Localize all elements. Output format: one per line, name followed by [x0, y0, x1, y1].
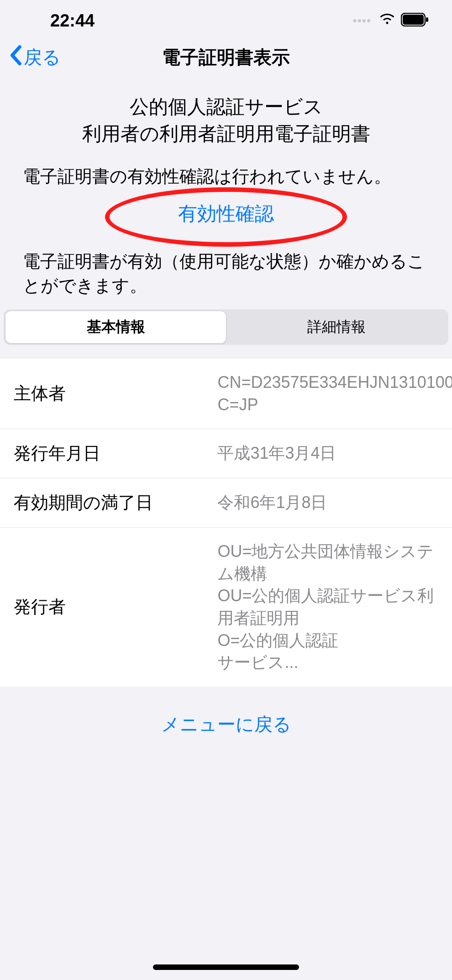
- table-row: 有効期間の満了日 令和6年1月8日: [0, 478, 452, 528]
- status-bar: 22:44 ••••: [0, 0, 452, 37]
- table-row: 発行者 OU=地方公共団体情報システム機構 OU=公的個人認証サービス利用者証明…: [0, 528, 452, 687]
- return-to-menu-link[interactable]: メニューに戻る: [0, 687, 452, 762]
- page-title: 電子証明書表示: [162, 45, 290, 70]
- battery-icon: [401, 13, 429, 28]
- back-label: 戻る: [24, 45, 61, 70]
- issued-date-value: 平成31年3月4日: [217, 442, 438, 465]
- issuer-value: OU=地方公共団体情報システム機構 OU=公的個人認証サービス利用者証明用 O=…: [217, 540, 438, 674]
- chevron-left-icon: [9, 45, 22, 69]
- certificate-table: 主体者 CN=D23575E334EHJN13101002B C=JP 発行年月…: [0, 359, 452, 687]
- issued-date-label: 発行年月日: [14, 442, 217, 465]
- verify-validity-link[interactable]: 有効性確認: [178, 203, 274, 224]
- expiry-date-value: 令和6年1月8日: [217, 492, 438, 514]
- service-header: 公的個人認証サービス 利用者の利用者証明用電子証明書: [0, 82, 452, 148]
- svg-rect-1: [403, 15, 424, 25]
- subject-value: CN=D23575E334EHJN13101002B C=JP: [217, 371, 452, 416]
- verify-description: 電子証明書が有効（使用可能な状態）か確かめることができます。: [0, 236, 452, 309]
- segmented-control: 基本情報 詳細情報: [4, 309, 448, 345]
- tab-detail-info[interactable]: 詳細情報: [226, 311, 447, 343]
- tab-basic-info[interactable]: 基本情報: [5, 311, 226, 343]
- validity-status-text: 電子証明書の有効性確認は行われていません。: [0, 148, 452, 190]
- tab-detail-label: 詳細情報: [307, 317, 366, 337]
- service-name-line1: 公的個人認証サービス: [18, 94, 434, 121]
- signal-dots-icon: ••••: [353, 14, 371, 28]
- home-indicator[interactable]: [153, 964, 299, 970]
- status-time: 22:44: [50, 11, 95, 31]
- table-row: 発行年月日 平成31年3月4日: [0, 429, 452, 478]
- subject-label: 主体者: [14, 382, 217, 405]
- status-right: ••••: [353, 11, 429, 30]
- table-row: 主体者 CN=D23575E334EHJN13101002B C=JP: [0, 359, 452, 429]
- verify-wrap: 有効性確認: [0, 201, 452, 227]
- nav-bar: 戻る 電子証明書表示: [0, 37, 452, 82]
- svg-rect-2: [426, 17, 428, 22]
- back-button[interactable]: 戻る: [9, 45, 61, 70]
- service-name-line2: 利用者の利用者証明用電子証明書: [18, 121, 434, 148]
- tab-basic-label: 基本情報: [87, 317, 145, 337]
- issuer-label: 発行者: [14, 595, 217, 619]
- expiry-date-label: 有効期間の満了日: [14, 491, 217, 514]
- wifi-icon: [379, 11, 395, 30]
